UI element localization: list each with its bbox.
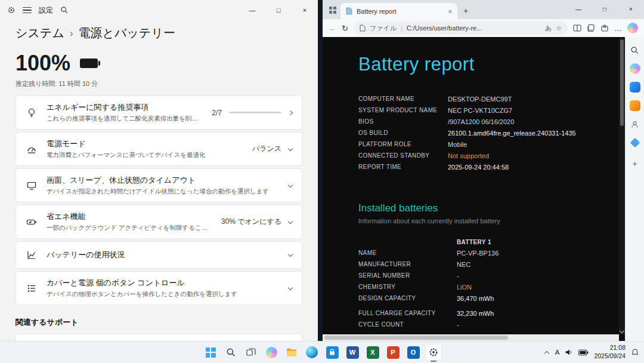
file-scheme-icon — [360, 24, 366, 32]
card-title: 省エネ機能 — [47, 211, 212, 222]
card-subtitle: デバイスが指定された時間だけアイドル状態になった場合の動作を選択します — [47, 187, 280, 196]
tab-battery-report[interactable]: Battery report × — [340, 3, 457, 19]
battery-report-page: Battery report COMPUTER NAMEDESKTOP-DEMC… — [323, 37, 625, 341]
notification-bell-icon[interactable] — [631, 348, 639, 356]
minimize-button[interactable]: — — [565, 0, 592, 18]
task-view-icon[interactable] — [243, 344, 259, 361]
sidebar-drop-icon[interactable] — [629, 137, 641, 149]
tray-battery-icon[interactable] — [578, 349, 589, 356]
taskbar-copilot-icon[interactable] — [263, 344, 280, 361]
card-lid-power-buttons[interactable]: カバーと電源 個のボタン コントロール デバイスの物理ボタンとカバーを操作したと… — [16, 271, 302, 305]
battery-remaining: 推定残り時間: 11 時間 10 分 — [16, 79, 302, 88]
menu-icon[interactable] — [23, 7, 32, 14]
card-subtitle: 一部のバックグラウンド アクティビティを制限することで、電力消費を削減し、バッテ… — [47, 224, 212, 232]
card-energy-recommendations[interactable]: エネルギーに関する推奨事項 これらの推奨事項を適用して二酸化炭素排出量を削減する… — [16, 96, 302, 130]
edge-window: Battery report × + — □ × ← ↻ ファイル | C:/U… — [323, 0, 644, 341]
battery-leaf-icon — [26, 217, 38, 227]
horizontal-scrollbar[interactable] — [323, 334, 619, 341]
tab-close-icon[interactable]: × — [448, 8, 452, 15]
power-help-row[interactable]: 電源に関するヘルプ — [16, 334, 302, 341]
breadcrumb-system[interactable]: システム — [16, 25, 64, 41]
new-tab-button[interactable]: + — [463, 6, 468, 16]
list-controls-icon — [26, 283, 38, 294]
edge-tabstrip: Battery report × + — □ × — [323, 0, 644, 19]
card-energy-saver[interactable]: 省エネ機能 一部のバックグラウンド アクティビティを制限することで、電力消費を削… — [16, 205, 302, 239]
settings-content: システム › 電源とバッテリー 100% 推定残り時間: 11 時間 10 分 … — [0, 25, 318, 341]
installed-batteries-subtitle: Information about each currently install… — [358, 217, 609, 224]
excel-icon[interactable]: X — [364, 344, 381, 361]
sidebar-add-icon[interactable]: + — [632, 159, 637, 168]
battery-percent: 100% — [16, 51, 70, 76]
split-screen-icon[interactable] — [573, 24, 581, 32]
file-explorer-icon[interactable] — [283, 344, 300, 361]
power-mode-value[interactable]: バランス — [252, 144, 281, 154]
store-icon[interactable] — [324, 344, 340, 361]
sidebar-shopping-icon[interactable] — [629, 100, 641, 112]
sidebar-designer-icon[interactable] — [629, 81, 641, 93]
extensions-icon[interactable] — [600, 24, 609, 32]
settings-window: 設定 — □ × システム › 電源とバッテリー 100% 推定残り時間: 11… — [0, 0, 318, 341]
app-title: 設定 — [39, 5, 53, 16]
copilot-icon[interactable] — [627, 23, 638, 33]
scrollbar-thumb[interactable] — [620, 39, 624, 126]
page-favicon — [346, 7, 352, 15]
vertical-scrollbar[interactable] — [619, 37, 625, 334]
favorite-star-icon[interactable]: ☆ — [556, 24, 562, 32]
back-icon[interactable]: ← — [329, 24, 336, 33]
taskbar: W X P O A 21:08 2025/09/24 — [0, 341, 644, 363]
address-url[interactable]: C:/Users/user/battery-re... — [407, 24, 541, 32]
battery-info-table: BATTERY 1 NAMEPC-VP-BP136 MANUFACTURERNE… — [358, 236, 609, 330]
edge-sidebar: + — [625, 37, 644, 341]
report-title: Battery report — [358, 54, 609, 75]
translate-icon[interactable]: あ — [545, 24, 552, 33]
edge-icon[interactable] — [304, 344, 320, 361]
address-bar[interactable]: ファイル | C:/Users/user/battery-re... あ ☆ — [354, 21, 568, 35]
recommendation-progressbar — [229, 112, 281, 114]
settings-app-icon — [7, 6, 16, 14]
battery-icon — [80, 59, 98, 68]
breadcrumb: システム › 電源とバッテリー — [16, 25, 302, 41]
chevron-down-icon — [288, 146, 293, 150]
related-support-header: 関連するサポート — [16, 317, 302, 328]
card-title: 電源モード — [47, 139, 243, 149]
energy-saver-value[interactable]: 30% でオンにする — [221, 217, 281, 227]
powerpoint-icon[interactable]: P — [385, 344, 401, 361]
maximize-button[interactable]: □ — [592, 0, 618, 18]
collections-icon[interactable] — [587, 24, 595, 32]
tab-actions-icon[interactable] — [327, 5, 338, 16]
card-battery-usage[interactable]: バッテリーの使用状況 — [16, 241, 302, 269]
refresh-icon[interactable]: ↻ — [342, 24, 348, 33]
system-tray: A 21:08 2025/09/24 — [545, 342, 639, 363]
outlook-icon[interactable]: O — [405, 344, 422, 361]
word-icon[interactable]: W — [344, 344, 361, 361]
chevron-down-icon — [288, 182, 293, 187]
address-divider: | — [401, 24, 402, 32]
close-button[interactable]: × — [292, 0, 318, 20]
settings-taskbar-icon[interactable] — [425, 344, 442, 361]
settings-titlebar: 設定 — □ × — [0, 0, 318, 20]
scrollbar-thumb[interactable] — [324, 336, 508, 340]
close-button[interactable]: × — [618, 0, 644, 18]
gauge-icon — [26, 144, 38, 155]
taskbar-search-icon[interactable] — [222, 344, 239, 361]
volume-icon[interactable] — [565, 348, 573, 356]
card-screen-sleep-timeouts[interactable]: 画面、スリープ、休止状態のタイムアウト デバイスが指定された時間だけアイドル状態… — [16, 168, 302, 202]
sidebar-copilot-icon[interactable] — [629, 63, 641, 75]
sidebar-people-icon[interactable] — [629, 118, 641, 130]
card-subtitle: これらの推奨事項を適用して二酸化炭素排出量を削減する — [47, 115, 203, 123]
minimize-button[interactable]: — — [239, 0, 265, 20]
more-menu-icon[interactable]: … — [614, 24, 622, 33]
maximize-button[interactable]: □ — [265, 0, 292, 20]
clock[interactable]: 21:08 2025/09/24 — [594, 344, 626, 360]
edge-toolbar: ← ↻ ファイル | C:/Users/user/battery-re... あ… — [323, 19, 644, 37]
search-icon[interactable] — [60, 6, 69, 14]
sidebar-search-icon[interactable] — [629, 44, 641, 56]
scroll-down-icon[interactable] — [620, 328, 624, 333]
tray-expand-icon[interactable] — [544, 350, 549, 355]
card-power-mode[interactable]: 電源モード 電力消費とパフォーマンスに基づいてデバイスを最適化 バランス — [16, 132, 302, 166]
card-subtitle: 電力消費とパフォーマンスに基づいてデバイスを最適化 — [47, 151, 243, 159]
ime-indicator[interactable]: A — [555, 349, 560, 356]
start-button[interactable] — [202, 344, 219, 361]
chevron-down-icon — [288, 285, 293, 290]
card-title: カバーと電源 個のボタン コントロール — [47, 278, 280, 288]
